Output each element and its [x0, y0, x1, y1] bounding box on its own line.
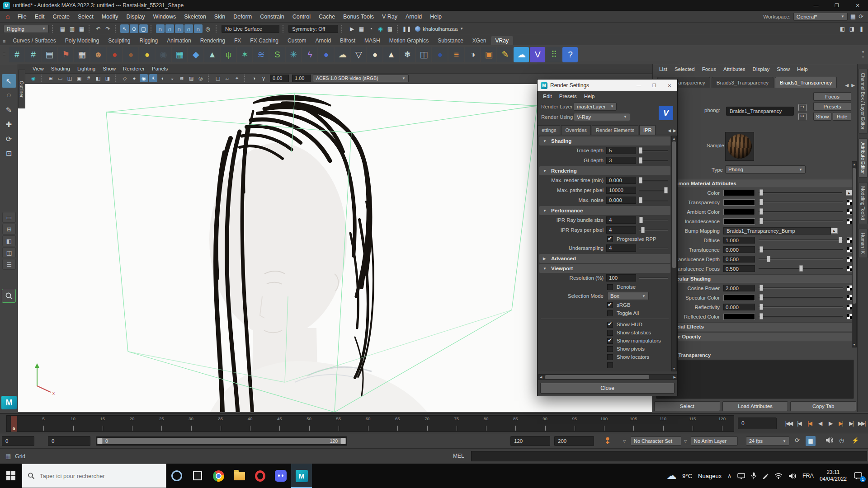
snap-to-viewplane-icon[interactable]: ∩ — [194, 24, 203, 33]
outliner-collapsed-tab[interactable]: Outliner — [18, 70, 25, 108]
rs-scrollbar-vertical[interactable]: ▲ ▼ — [671, 136, 677, 371]
anim-layer-dropdown[interactable]: No Anim Layer — [691, 436, 738, 446]
slider-diffuse[interactable] — [759, 239, 843, 241]
color-swatch-color[interactable] — [723, 190, 755, 196]
show-button[interactable]: Show — [813, 112, 831, 121]
slider-handle[interactable] — [767, 256, 770, 262]
scroll-down-icon[interactable]: ▼ — [672, 367, 676, 370]
shelf-icon-22[interactable]: ▽ — [351, 47, 366, 62]
render-current-frame-icon[interactable]: ▦ — [357, 24, 366, 33]
slider-handle[interactable] — [760, 199, 763, 205]
cast-icon[interactable] — [737, 473, 745, 479]
shelf-icon-9[interactable]: ● — [139, 47, 155, 62]
shelf-icon-6[interactable]: ☻ — [90, 47, 106, 62]
shelf-tab-xgen[interactable]: XGen — [468, 36, 491, 45]
slider-translucence-focus[interactable] — [759, 268, 843, 269]
shelf-icon-8[interactable]: ● — [123, 47, 138, 62]
go-to-start-button[interactable]: |◀◀ — [783, 417, 794, 430]
vp-isolate-select-icon[interactable]: ▢ — [214, 74, 222, 82]
vp-grid-icon[interactable]: ⊞ — [47, 74, 55, 82]
menu-control[interactable]: Control — [288, 14, 315, 20]
render-using-dropdown[interactable]: V-Ray▼ — [574, 113, 630, 121]
vp-ao-icon[interactable]: ◒ — [168, 74, 176, 82]
ae-tab-braids3-transparency[interactable]: Braids3_Transparency — [712, 77, 774, 88]
vp-film-gate-icon[interactable]: ▭ — [56, 74, 64, 82]
chevron-down-icon[interactable]: ▽ — [623, 439, 626, 443]
menu-modify[interactable]: Modify — [98, 14, 123, 20]
current-time-field[interactable]: 0 — [738, 418, 777, 429]
ipr-render-icon[interactable]: ◔ — [367, 24, 375, 33]
ae-menu-list[interactable]: List — [656, 66, 671, 72]
checkbox-show-statistics[interactable] — [607, 330, 613, 336]
snap-to-point-icon[interactable]: ∩ — [175, 24, 184, 33]
checkbox-show-pivots[interactable] — [607, 346, 613, 352]
clock[interactable]: 23:11 04/04/2022 — [820, 469, 847, 483]
slider-specular-color[interactable] — [759, 297, 843, 298]
user-account-chip[interactable]: khalouihamzaa ▼ — [415, 26, 463, 32]
dialog-maximize-button[interactable]: ❐ — [646, 80, 662, 91]
shelf-icon-10[interactable]: ◉ — [156, 47, 171, 62]
snap-to-curve-icon[interactable]: ∩ — [165, 24, 174, 33]
slider-transparency[interactable] — [759, 202, 843, 203]
slider-handle[interactable] — [639, 217, 643, 223]
shelf-icon-28[interactable]: ≡ — [448, 47, 464, 62]
playback-end-field[interactable]: 120 — [510, 436, 550, 446]
slider-handle[interactable] — [760, 313, 763, 319]
save-scene-icon[interactable]: ▦ — [77, 24, 86, 33]
taskbar-app-discord[interactable] — [270, 464, 291, 488]
slider-handle[interactable] — [760, 304, 763, 310]
shelf-icon-16[interactable]: ≋ — [253, 47, 269, 62]
slider-translucence[interactable] — [759, 249, 843, 250]
shelf-icon-20[interactable]: ● — [318, 47, 334, 62]
slider-undersampling[interactable] — [639, 248, 668, 249]
shelf-tab-vray[interactable]: VRay — [491, 36, 513, 45]
search-input[interactable] — [39, 472, 152, 480]
layout-single-pane-icon[interactable]: ▭ — [2, 212, 16, 223]
scroll-left-icon[interactable]: ◀ — [540, 375, 542, 379]
animation-start-field[interactable]: 0 — [2, 436, 34, 446]
value-field-max-paths-per-pixel[interactable]: 10000 — [606, 187, 636, 194]
shelf-icon-32[interactable]: ☁ — [514, 47, 529, 62]
color-swatch-specular-color[interactable] — [723, 295, 755, 301]
layout-four-pane-icon[interactable]: ⊞ — [2, 224, 16, 235]
vp-shadows-icon[interactable]: ◐ — [159, 74, 167, 82]
checkbox-show-hud[interactable] — [607, 322, 613, 328]
select-tool-icon[interactable]: ↖ — [2, 74, 16, 88]
scrollbar-thumb[interactable] — [545, 375, 649, 379]
vp-exposure-icon[interactable]: ◑ — [250, 74, 258, 82]
fps-dropdown[interactable]: 24 fps▼ — [746, 436, 789, 446]
load-attributes-button[interactable]: Load Attributes — [722, 401, 788, 411]
value-field-translucence[interactable]: 0.000 — [723, 246, 755, 253]
taskbar-app-opera[interactable] — [250, 464, 270, 488]
shelf-tab-curves-surfaces[interactable]: Curves / Surfaces — [8, 36, 60, 45]
vp-camera-icon[interactable]: ◉ — [29, 74, 38, 82]
range-slider[interactable]: 0 120 — [96, 436, 347, 446]
rs-menu-edit[interactable]: Edit — [539, 94, 556, 99]
shelf-icon-12[interactable]: ◆ — [188, 47, 203, 62]
select-hierarchy-icon[interactable]: ↖ — [120, 24, 129, 33]
color-swatch-transparency[interactable] — [723, 199, 755, 206]
checkbox-item[interactable] — [607, 362, 613, 368]
rs-menu-help[interactable]: Help — [580, 94, 599, 99]
isolate-select-button[interactable] — [2, 289, 16, 303]
slider-handle[interactable] — [639, 157, 642, 164]
render-setup-icon[interactable]: ◉ — [376, 24, 385, 33]
slider-incandescence[interactable] — [759, 221, 843, 222]
slider-handle[interactable] — [639, 197, 642, 203]
viewport-menu-renderer[interactable]: Renderer — [119, 66, 148, 71]
out-connection-icon[interactable]: ↦ — [798, 113, 807, 120]
layout-hypershade-icon[interactable]: ☰ — [2, 259, 16, 270]
value-field-translucence-depth[interactable]: 0.500 — [723, 256, 755, 263]
rotate-tool-icon[interactable]: ⟳ — [2, 132, 16, 145]
text-field-bump-mapping[interactable]: Braids1_Transparency_Bump — [723, 227, 831, 235]
slider-handle[interactable] — [799, 265, 803, 272]
focus-button[interactable]: Focus — [813, 92, 851, 101]
slider-reflected-color[interactable] — [759, 316, 843, 317]
value-field-ipr-ray-bundle-size[interactable]: 4 — [606, 216, 636, 224]
section-header-performance[interactable]: ▼Performance — [539, 206, 670, 215]
microphone-icon[interactable] — [751, 472, 756, 479]
menu-constrain[interactable]: Constrain — [256, 14, 288, 20]
home-icon[interactable]: ⌂ — [5, 13, 10, 21]
material-sample-swatch[interactable] — [725, 132, 754, 161]
slider-handle[interactable] — [639, 177, 642, 183]
